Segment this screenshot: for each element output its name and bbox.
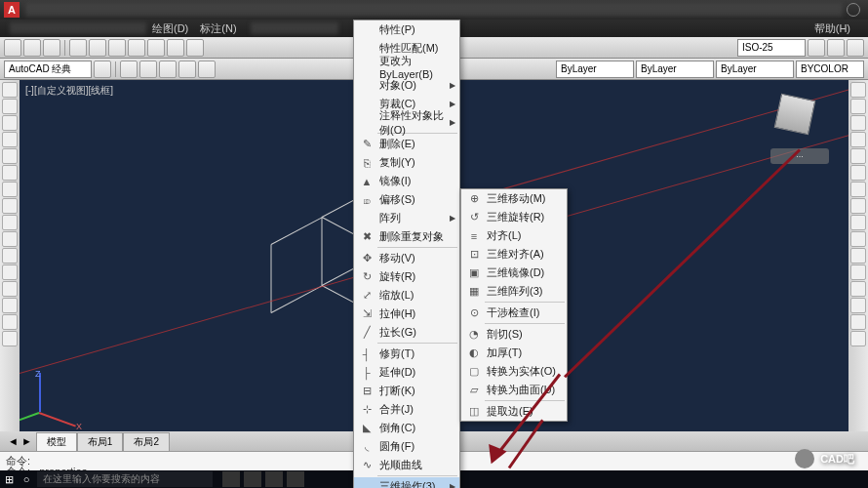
menu-item[interactable]: ∿光顺曲线 (354, 456, 459, 474)
tool-icon[interactable] (2, 281, 18, 297)
lineweight-selector[interactable]: ByLayer (716, 61, 794, 78)
submenu-item[interactable]: ↺三维旋转(R) (461, 208, 567, 226)
tool-btn[interactable] (94, 61, 111, 78)
submenu-item[interactable]: ▢转换为实体(O) (461, 362, 567, 381)
taskbar-app-icon[interactable] (222, 471, 240, 487)
color-selector[interactable]: ByLayer (556, 61, 634, 78)
tool-icon[interactable] (850, 331, 866, 346)
submenu-item[interactable]: ⊕三维移动(M) (461, 189, 567, 208)
tab-model[interactable]: 模型 (36, 432, 77, 451)
tool-btn[interactable] (43, 39, 60, 57)
menu-item[interactable]: ◣倒角(C) (354, 419, 459, 437)
tool-btn[interactable] (847, 39, 864, 57)
tool-icon[interactable] (2, 215, 18, 230)
tool-icon[interactable] (2, 248, 18, 264)
menu-item[interactable]: ▲镜像(I) (354, 172, 459, 190)
menu-item[interactable]: ↻旋转(R) (354, 267, 459, 286)
menu-item[interactable]: 阵列▶ (354, 209, 459, 227)
tool-btn[interactable] (827, 39, 845, 57)
tool-btn[interactable] (167, 39, 184, 57)
menu-item[interactable]: 注释性对象比例(O)▶ (354, 113, 459, 132)
menu-item[interactable]: 特性(P) (354, 20, 459, 39)
tool-icon[interactable] (850, 148, 866, 164)
tool-icon[interactable] (2, 314, 18, 330)
workspace-selector[interactable]: AutoCAD 经典 (4, 61, 92, 78)
tool-icon[interactable] (850, 264, 866, 280)
taskbar-app-icon[interactable] (265, 471, 283, 487)
menu-item[interactable]: ⤢缩放(L) (354, 286, 459, 305)
tool-btn[interactable] (139, 61, 157, 78)
tool-icon[interactable] (2, 331, 18, 346)
menu-item[interactable]: ✎删除(E) (354, 135, 459, 153)
menu-item[interactable]: ✖删除重复对象 (354, 227, 459, 246)
menu-item[interactable]: 三维操作(3)▶ (354, 477, 459, 488)
tool-icon[interactable] (2, 165, 18, 181)
start-button[interactable]: ⊞ (0, 470, 18, 488)
tool-icon[interactable] (850, 231, 866, 247)
circle-tool-icon[interactable] (2, 115, 18, 131)
taskbar-app-icon[interactable] (287, 471, 304, 487)
submenu-item[interactable]: ▦三维阵列(3) (461, 282, 567, 301)
viewcube[interactable] (770, 90, 819, 139)
tool-btn[interactable] (69, 39, 87, 57)
nav-wheel[interactable]: ··· (770, 148, 829, 164)
arc-tool-icon[interactable] (2, 132, 18, 147)
tool-icon[interactable] (2, 198, 18, 214)
tool-btn[interactable] (198, 61, 216, 78)
submenu-item[interactable]: ▱转换为曲面(U) (461, 381, 567, 399)
menu-dimension[interactable]: 标注(N) (194, 21, 242, 36)
tool-btn[interactable] (89, 39, 106, 57)
tool-icon[interactable] (850, 99, 866, 114)
taskbar-app-icon[interactable] (244, 471, 261, 487)
menu-item[interactable]: ⊹合并(J) (354, 400, 459, 419)
tool-icon[interactable] (2, 264, 18, 280)
menu-item[interactable]: ⊟打断(K) (354, 382, 459, 400)
tool-btn[interactable] (108, 39, 126, 57)
tool-btn[interactable] (808, 39, 825, 57)
tool-icon[interactable] (850, 115, 866, 131)
taskbar-search-input[interactable]: 在这里输入你要搜索的内容 (37, 471, 213, 487)
tool-btn[interactable] (159, 61, 177, 78)
submenu-item[interactable]: ⊙干涉检查(I) (461, 304, 567, 322)
submenu-item[interactable]: ≡对齐(L) (461, 226, 567, 245)
menu-item[interactable]: ⎘复制(Y) (354, 153, 459, 172)
tool-btn[interactable] (4, 39, 21, 57)
tool-icon[interactable] (850, 182, 866, 197)
submenu-item[interactable]: ⊡三维对齐(A) (461, 245, 567, 264)
tool-btn[interactable] (128, 39, 145, 57)
tool-icon[interactable] (850, 82, 866, 98)
gear-icon[interactable] (847, 3, 860, 17)
menu-item[interactable]: ┤修剪(T) (354, 345, 459, 363)
tool-btn[interactable] (147, 39, 165, 57)
submenu-item[interactable]: ▣三维镜像(D) (461, 264, 567, 282)
submenu-item[interactable]: ◔剖切(S) (461, 325, 567, 344)
polyline-tool-icon[interactable] (2, 99, 18, 114)
tool-icon[interactable] (2, 298, 18, 313)
submenu-item[interactable]: ◐加厚(T) (461, 344, 567, 362)
menu-item[interactable]: ⎄偏移(S) (354, 190, 459, 209)
tool-icon[interactable] (2, 231, 18, 247)
tool-icon[interactable] (850, 215, 866, 230)
menu-item[interactable]: 对象(O)▶ (354, 76, 459, 95)
submenu-item[interactable]: ◫提取边(E) (461, 402, 567, 421)
dimstyle-selector[interactable]: ISO-25 (737, 39, 806, 57)
menu-item[interactable]: 更改为 ByLayer(B) (354, 58, 459, 76)
tool-icon[interactable] (850, 165, 866, 181)
tool-icon[interactable] (850, 298, 866, 313)
tool-icon[interactable] (850, 248, 866, 264)
line-tool-icon[interactable] (2, 82, 18, 98)
tab-layout1[interactable]: 布局1 (77, 432, 124, 451)
tool-btn[interactable] (186, 39, 204, 57)
tool-btn[interactable] (178, 61, 196, 78)
tool-icon[interactable] (850, 132, 866, 147)
menu-draw[interactable]: 绘图(D) (146, 21, 194, 36)
tool-btn[interactable] (120, 61, 138, 78)
linetype-selector[interactable]: ByLayer (636, 61, 714, 78)
cortana-icon[interactable]: ○ (18, 470, 35, 488)
rect-tool-icon[interactable] (2, 148, 18, 164)
tool-btn[interactable] (23, 39, 41, 57)
tab-layout2[interactable]: 布局2 (123, 432, 170, 451)
menu-item[interactable]: ✥移动(V) (354, 249, 459, 267)
plotstyle-selector[interactable]: BYCOLOR (796, 61, 864, 78)
menu-item[interactable]: ╱拉长(G) (354, 323, 459, 342)
